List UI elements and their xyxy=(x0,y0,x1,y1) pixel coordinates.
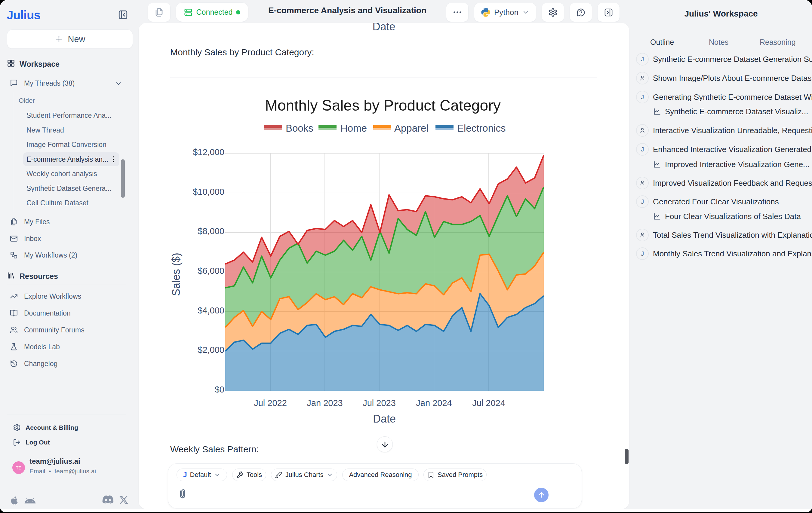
svg-text:Jul 2024: Jul 2024 xyxy=(472,398,505,408)
svg-text:$4,000: $4,000 xyxy=(198,306,224,315)
svg-text:Electronics: Electronics xyxy=(457,123,505,134)
svg-text:$6,000: $6,000 xyxy=(198,266,224,276)
svg-text:Monthly Sales by Product Categ: Monthly Sales by Product Category xyxy=(265,97,501,114)
svg-text:Sales ($): Sales ($) xyxy=(170,253,182,296)
svg-text:$0: $0 xyxy=(215,385,224,394)
svg-text:Apparel: Apparel xyxy=(394,123,429,134)
svg-text:Home: Home xyxy=(341,123,367,134)
svg-text:$12,000: $12,000 xyxy=(193,147,224,157)
svg-text:Jan 2024: Jan 2024 xyxy=(416,398,452,408)
svg-text:Jul 2022: Jul 2022 xyxy=(254,398,287,408)
svg-text:Jul 2023: Jul 2023 xyxy=(363,398,396,408)
svg-text:$10,000: $10,000 xyxy=(193,187,224,197)
svg-text:$8,000: $8,000 xyxy=(198,226,224,236)
svg-text:Date: Date xyxy=(373,413,396,425)
svg-text:$2,000: $2,000 xyxy=(198,345,224,355)
svg-text:Books: Books xyxy=(286,123,313,134)
svg-text:Jan 2023: Jan 2023 xyxy=(307,398,343,408)
